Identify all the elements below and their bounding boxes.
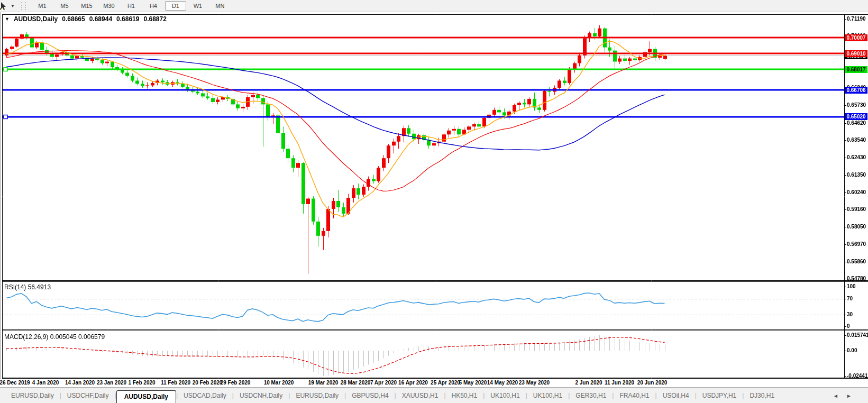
price-tick-label: 0.58050 [847,224,866,230]
chart-tab-dj30-h1[interactable]: DJ30,H1 [744,392,780,399]
chart-tab-uk100-h1[interactable]: UK100,H1 [485,392,525,399]
price-tick-label: 0.63540 [847,137,866,143]
price-tick-label: 0.54780 [847,276,866,282]
chart-tab-usoil-h4[interactable]: USOil,H4 [657,392,695,399]
macd-indicator-label: MACD(12,26,9) 0.005045 0.006579 [4,333,105,341]
timeframe-buttons: M1M5M15M30H1H4D1W1MN [31,1,231,11]
timeframe-toolbar: ▼ M1M5M15M30H1H4D1W1MN [0,0,868,12]
price-tick-label: 0.60240 [847,189,866,196]
toolbar-dropdown-caret[interactable]: ▼ [11,4,15,8]
date-label: 20 Jun 2020 [637,380,668,386]
date-label: 26 Dec 2019 [0,380,30,386]
chart-tab-usdcad-daily[interactable]: USDCAD,Daily [178,392,232,399]
ohlc-low: 0.68619 [116,15,139,23]
chart-tab-uk100-h1[interactable]: UK100,H1 [527,392,568,399]
date-label: 7 Apr 2020 [370,380,397,386]
timeframe-d1-button[interactable]: D1 [165,1,186,11]
chart-tab-usdcnh-daily[interactable]: USDCNH,Daily [234,392,288,399]
chart-canvas[interactable] [0,12,868,379]
date-label: 11 Jun 2020 [605,380,634,386]
support-tag: 0.65020 [845,113,867,120]
price-tick-label: 0.71190 [847,16,866,22]
resistance-tag: 0.70007 [845,34,867,41]
chart-tab-gbpusd-h4[interactable]: GBPUSD,H4 [346,392,394,399]
timeframe-mn-button[interactable]: MN [209,1,231,11]
date-label: 2 Jun 2020 [575,380,602,386]
tab-scroll-left-button[interactable]: ◄ [833,392,838,398]
rsi-tick-label: 100 [847,283,856,290]
date-label: 23 May 2020 [519,380,550,386]
date-label: 4 Jan 2020 [32,380,59,386]
chart-tab-eurusd-daily[interactable]: EURUSD,Daily [5,392,60,399]
chart-tab-ger30-h1[interactable]: GER30,H1 [570,392,612,399]
chart-tab-usdjpy-h1[interactable]: USDJPY,H1 [697,392,742,399]
timeframe-m15-button[interactable]: M15 [76,1,97,11]
macd-tick-label: -0.024412 [847,373,868,379]
chart-tab-hk50-h1[interactable]: HK50,H1 [446,392,483,399]
date-label: 10 Mar 2020 [264,380,294,386]
chart-tab-bar: EURUSD,Daily|USDCHF,Daily|AUDUSD,Daily|U… [0,387,868,403]
macd-tick-label: 0.00 [847,347,857,354]
date-axis: 26 Dec 20194 Jan 202014 Jan 202023 Jan 2… [0,379,844,387]
chart-tab-xauusd-h1[interactable]: XAUUSD,H1 [396,392,444,399]
rsi-tick-label: 30 [847,312,853,318]
date-label: 11 Feb 2020 [161,380,190,386]
price-tick-label: 0.62430 [847,154,866,161]
chart-tab-eurusd-daily[interactable]: EURUSD,Daily [290,392,344,399]
date-label: 20 Feb 2020 [193,380,223,386]
price-tick-label: 0.55860 [847,259,866,265]
timeframe-m1-button[interactable]: M1 [32,1,53,11]
date-label: 16 Apr 2020 [398,380,428,386]
ohlc-open: 0.68665 [62,15,85,23]
ohlc-high: 0.68944 [89,15,112,23]
date-label: 14 May 2020 [487,380,518,386]
timeframe-h4-button[interactable]: H4 [143,1,164,11]
trading-platform-window: ▼ M1M5M15M30H1H4D1W1MN ▼ AUDUSD,Daily 0.… [0,0,868,403]
timeframe-m30-button[interactable]: M30 [98,1,120,11]
date-label: 29 Feb 2020 [221,380,251,386]
rsi-indicator-label: RSI(14) 56.4913 [4,283,51,291]
rsi-tick-label: 0 [847,323,850,329]
support-tag: 0.66706 [845,87,867,94]
ohlc-close: 0.68872 [143,15,166,23]
chart-symbol-label: AUDUSD,Daily [14,15,58,23]
price-tick-label: 0.59160 [847,206,866,213]
cursor-tool-icon[interactable] [0,2,7,11]
price-tick-label: 0.64620 [847,120,866,126]
support-tag: 0.68017 [845,66,867,73]
chart-tab-fra40-h1[interactable]: FRA40,H1 [614,392,655,399]
chart-tab-audusd-daily[interactable]: AUDUSD,Daily [116,390,176,403]
date-label: 25 Apr 2020 [431,380,460,386]
chart-tab-usdchf-daily[interactable]: USDCHF,Daily [61,392,115,399]
chart-collapse-icon[interactable]: ▼ [5,16,10,22]
date-label: 14 Jan 2020 [65,380,95,386]
rsi-tick-label: 70 [847,296,853,302]
date-label: 28 Mar 2020 [341,380,371,386]
date-label: 19 Mar 2020 [308,380,339,386]
tab-scroll-right-button[interactable]: ► [846,392,852,398]
date-label: 23 Jan 2020 [97,380,126,386]
date-label: 5 May 2020 [459,380,487,386]
date-label: 1 Feb 2020 [128,380,155,386]
timeframe-w1-button[interactable]: W1 [187,1,208,11]
timeframe-m5-button[interactable]: M5 [54,1,75,11]
toolbar-grip[interactable] [21,2,26,10]
price-tick-label: 0.65730 [847,102,866,108]
price-tick-label: 0.56970 [847,241,866,248]
price-tick-label: 0.61350 [847,172,866,178]
timeframe-h1-button[interactable]: H1 [121,1,142,11]
chart-title: ▼ AUDUSD,Daily 0.68665 0.68944 0.68619 0… [5,15,167,23]
macd-tick-label: 0.015741 [847,332,868,338]
resistance-tag: 0.69010 [845,50,867,57]
